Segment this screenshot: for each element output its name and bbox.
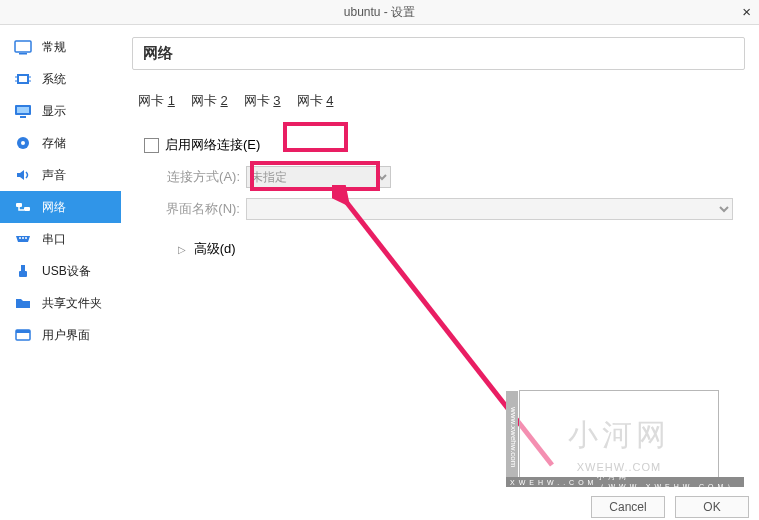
sidebar-item-serial[interactable]: 串口 (0, 223, 121, 255)
ui-icon (14, 327, 32, 343)
sidebar-item-storage[interactable]: 存储 (0, 127, 121, 159)
iface-row: 界面名称(N): (132, 198, 745, 220)
svg-rect-3 (19, 76, 27, 82)
sidebar-item-user-interface[interactable]: 用户界面 (0, 319, 121, 351)
watermark-text: 小河网 (568, 415, 670, 456)
chevron-right-icon: ▷ (178, 244, 186, 255)
svg-rect-21 (16, 330, 30, 333)
enable-network-label: 启用网络连接(E) (165, 136, 260, 154)
sidebar-item-label: 网络 (42, 199, 66, 216)
tab-adapter-3[interactable]: 网卡 3 (244, 92, 281, 110)
svg-rect-13 (16, 203, 22, 207)
sidebar-item-network[interactable]: 网络 (0, 191, 121, 223)
sidebar-item-label: 系统 (42, 71, 66, 88)
advanced-label: 高级(d) (194, 241, 236, 256)
svg-rect-1 (19, 53, 27, 55)
display-icon (14, 103, 32, 119)
cancel-button[interactable]: Cancel (591, 496, 665, 518)
speaker-icon (14, 167, 32, 183)
enable-network-row: 启用网络连接(E) (132, 136, 745, 154)
dialog-footer: Cancel OK (591, 496, 749, 518)
svg-point-15 (19, 237, 21, 239)
watermark-strip: XWEHW..COM 小河网（WWW.XWEHW.COM） (506, 477, 744, 487)
sidebar-item-system[interactable]: 系统 (0, 63, 121, 95)
chip-icon (14, 71, 32, 87)
sidebar-item-label: USB设备 (42, 263, 91, 280)
svg-rect-9 (17, 107, 29, 113)
sidebar-item-label: 声音 (42, 167, 66, 184)
sidebar-item-general[interactable]: 常规 (0, 31, 121, 63)
usb-icon (14, 263, 32, 279)
sidebar-item-usb[interactable]: USB设备 (0, 255, 121, 287)
sidebar-item-display[interactable]: 显示 (0, 95, 121, 127)
content-panel: 网络 网卡 1 网卡 2 网卡 3 网卡 4 启用网络连接(E) 连接方式(A)… (122, 25, 759, 520)
attach-select[interactable]: 未指定 (246, 166, 391, 188)
iface-label: 界面名称(N): (162, 200, 240, 218)
sidebar-item-label: 串口 (42, 231, 66, 248)
watermark: www.xwehw.com 小河网 XWEHW..COM XWEHW..COM … (519, 390, 719, 480)
attach-row: 连接方式(A): 未指定 (132, 166, 745, 188)
advanced-toggle[interactable]: ▷ 高级(d) (178, 240, 745, 258)
svg-rect-19 (19, 271, 27, 277)
sidebar-item-audio[interactable]: 声音 (0, 159, 121, 191)
svg-rect-18 (21, 265, 25, 271)
attach-label: 连接方式(A): (162, 168, 240, 186)
tab-adapter-2[interactable]: 网卡 2 (191, 92, 228, 110)
panel-title: 网络 (132, 37, 745, 70)
sidebar-item-label: 存储 (42, 135, 66, 152)
network-icon (14, 199, 32, 215)
sidebar-item-label: 显示 (42, 103, 66, 120)
svg-rect-10 (20, 116, 26, 118)
svg-point-16 (22, 237, 24, 239)
svg-point-12 (21, 141, 25, 145)
watermark-side: www.xwehw.com (506, 391, 518, 479)
svg-rect-14 (24, 207, 30, 211)
tab-adapter-4[interactable]: 网卡 4 (297, 92, 334, 110)
folder-icon (14, 295, 32, 311)
iface-select[interactable] (246, 198, 733, 220)
tab-adapter-1[interactable]: 网卡 1 (138, 92, 175, 110)
close-icon[interactable]: × (742, 3, 751, 20)
sidebar-item-label: 常规 (42, 39, 66, 56)
disk-icon (14, 135, 32, 151)
adapter-tabs: 网卡 1 网卡 2 网卡 3 网卡 4 (132, 92, 745, 110)
enable-network-checkbox[interactable] (144, 138, 159, 153)
sidebar-item-label: 用户界面 (42, 327, 90, 344)
svg-rect-0 (15, 41, 31, 52)
svg-point-17 (25, 237, 27, 239)
general-icon (14, 39, 32, 55)
sidebar-item-shared-folders[interactable]: 共享文件夹 (0, 287, 121, 319)
settings-sidebar: 常规 系统 显示 存储 声音 网络 串口 USB设备 (0, 25, 122, 520)
window-title: ubuntu - 设置 (344, 4, 415, 21)
sidebar-item-label: 共享文件夹 (42, 295, 102, 312)
window-titlebar: ubuntu - 设置 × (0, 0, 759, 25)
ok-button[interactable]: OK (675, 496, 749, 518)
serial-port-icon (14, 231, 32, 247)
